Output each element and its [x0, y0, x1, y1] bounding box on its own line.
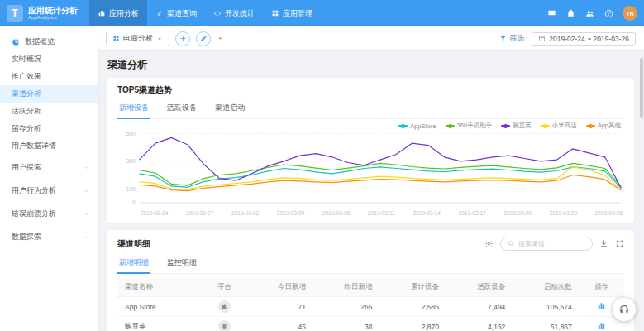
team-button[interactable]	[580, 4, 599, 22]
date-range-value: 2019-02-24 ~ 2019-03-26	[549, 35, 629, 43]
legend-item[interactable]: 小米商店	[541, 122, 577, 130]
row-chart-action[interactable]	[597, 301, 606, 310]
page-title: 渠道分析	[107, 58, 634, 72]
nav-item-label: 应用管理	[283, 8, 312, 19]
sidebar-item-label: 推广效果	[12, 71, 41, 82]
sidebar-item[interactable]: 活跃分析	[0, 103, 98, 120]
app-selector-dropdown[interactable]: 电商分析	[106, 31, 169, 46]
table-tab[interactable]: 监控明细	[165, 254, 198, 273]
download-button[interactable]	[599, 239, 608, 248]
display-icon	[547, 9, 556, 18]
chart-tab[interactable]: 新增设备	[117, 99, 150, 118]
column-header: 平台	[202, 278, 246, 297]
sidebar-item[interactable]: 数据概览	[0, 33, 98, 50]
nav-item[interactable]: 渠道查询	[147, 0, 205, 26]
legend-label: App其他	[598, 122, 621, 130]
app-title-block: 应用统计分析 AppAnalytics	[28, 6, 78, 21]
x-tick-label: 2019-03-26	[595, 210, 623, 216]
sidebar-item[interactable]: 用户行为分析	[0, 180, 98, 201]
sidebar-item[interactable]: 留存分析	[0, 120, 98, 137]
expand-button[interactable]	[615, 239, 624, 248]
android-icon	[221, 323, 228, 330]
chart-card-title: TOP5渠道趋势	[117, 84, 624, 96]
legend-item[interactable]: App其他	[586, 122, 621, 130]
sidebar-item[interactable]: 用户数据详情	[0, 137, 98, 155]
chart-tab[interactable]: 活跃设备	[165, 99, 198, 118]
x-tick-label: 2019-03-08	[322, 210, 350, 216]
sidebar-item-label: 用户行为分析	[12, 185, 56, 196]
sidebar-item[interactable]: 推广效果	[0, 68, 98, 85]
user-avatar[interactable]: TN	[623, 6, 637, 21]
search-icon	[508, 240, 515, 247]
x-tick-label: 2019-03-17	[459, 210, 486, 216]
table-card-header: 渠道明细	[117, 237, 624, 251]
table-tab[interactable]: 新增明细	[117, 254, 150, 273]
sidebar-item[interactable]: 用户探索	[0, 156, 98, 178]
sidebar-item[interactable]: 渠道分析	[0, 85, 98, 103]
edit-icon	[200, 35, 208, 42]
search-input[interactable]	[518, 240, 586, 247]
scrollbar-thumb[interactable]	[640, 58, 643, 118]
question-button[interactable]	[599, 4, 618, 22]
app-logo: T	[7, 5, 23, 22]
caret-down-icon	[217, 35, 224, 42]
app-subtitle: AppAnalytics	[28, 15, 78, 21]
legend-item[interactable]: 豌豆荚	[501, 122, 532, 130]
x-tick-label: 2019-03-02	[231, 210, 259, 216]
funnel-icon	[499, 35, 507, 42]
nav-item[interactable]: 应用管理	[263, 0, 321, 26]
yesterday-new: 265	[313, 297, 379, 317]
legend-label: 360手机助手	[457, 122, 493, 130]
legend-marker	[586, 125, 595, 127]
nav-item[interactable]: 开发统计	[205, 0, 263, 26]
collapse-chevron[interactable]	[217, 35, 224, 42]
add-button[interactable]	[175, 31, 190, 46]
x-tick-label: 2019-02-27	[186, 210, 213, 216]
team-icon	[585, 9, 594, 18]
x-tick-label: 2019-03-20	[504, 210, 532, 216]
table-tabs: 新增明细监控明细	[117, 254, 624, 274]
legend-item[interactable]: 360手机助手	[446, 122, 493, 130]
chevron-down-icon	[83, 234, 89, 240]
chevron-down-icon	[83, 165, 89, 170]
chevron-down-icon	[83, 188, 89, 194]
sidebar-item[interactable]: 错误崩溃分析	[0, 203, 98, 224]
table-search[interactable]	[500, 237, 593, 251]
help-button[interactable]	[613, 298, 636, 321]
row-chart-action[interactable]	[597, 321, 606, 330]
header-actions: TN	[542, 4, 637, 22]
header-nav: 应用分析渠道查询开发统计应用管理	[89, 0, 321, 26]
bar-chart-icon	[597, 321, 606, 330]
date-range-picker[interactable]: 2019-02-24 ~ 2019-03-26	[532, 32, 636, 46]
active-devices: 4,152	[446, 317, 513, 331]
display-button[interactable]	[542, 4, 561, 22]
today-new: 45	[247, 317, 313, 331]
platform-badge	[218, 320, 231, 331]
x-tick-label: 2019-03-11	[368, 210, 395, 216]
plus-icon	[179, 35, 187, 42]
chart-tabs: 新增设备活跃设备渠道启动	[117, 99, 624, 119]
chart-series-App其他	[139, 175, 621, 191]
search-icon	[508, 240, 515, 247]
apple-icon	[221, 303, 228, 310]
svg-text:100: 100	[126, 186, 136, 192]
filter-button[interactable]: 筛选	[499, 33, 524, 44]
chart-tab[interactable]: 渠道启动	[213, 99, 246, 118]
nav-item-label: 渠道查询	[167, 8, 197, 19]
x-tick-label: 2019-03-23	[550, 210, 577, 216]
x-tick-label: 2019-03-14	[413, 210, 441, 216]
trend-line-chart: 0100300500	[117, 122, 624, 208]
bell-button[interactable]	[561, 4, 580, 22]
sidebar-item[interactable]: 实时概况	[0, 50, 98, 68]
bar-chart-icon	[98, 9, 106, 17]
sidebar-item[interactable]: 数据探索	[0, 226, 98, 247]
legend-item[interactable]: AppStore	[398, 122, 436, 130]
sidebar-item-label: 错误崩溃分析	[12, 209, 56, 219]
edit-button[interactable]	[196, 31, 211, 46]
nav-item[interactable]: 应用分析	[89, 0, 147, 26]
settings-gear-button[interactable]	[484, 239, 494, 248]
x-tick-label: 2019-03-05	[277, 210, 304, 216]
question-icon	[604, 9, 613, 18]
grid-icon	[112, 35, 120, 42]
bell-icon	[566, 9, 575, 18]
